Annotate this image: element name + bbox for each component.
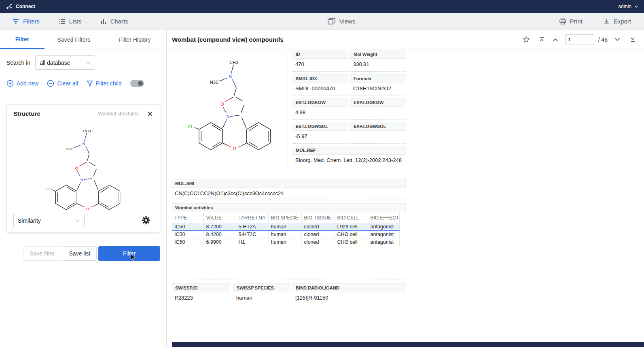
cell: IC50 (172, 231, 203, 238)
field-label: ID (292, 50, 348, 59)
bar-chart-icon (100, 18, 107, 24)
views-icon (328, 18, 336, 25)
field-label: Formula (350, 74, 406, 83)
charts-button[interactable]: Charts (100, 18, 128, 25)
tab-filter-history-label: Filter History (119, 36, 151, 43)
activities-table: TYPE VALUE TARGET.NA BIO.SPECIE BIO.TISS… (172, 213, 400, 246)
toolbar-center: Views (328, 18, 356, 25)
wombat-activities-section: Wombat activities TYPE VALUE TARGET.NA B… (172, 203, 406, 279)
close-icon[interactable] (147, 111, 153, 117)
field-label: EST.LOGKOW (292, 98, 348, 107)
tab-filter-history[interactable]: Filter History (103, 30, 166, 49)
compound-structure-image (176, 52, 284, 171)
settings-gear-icon[interactable] (142, 216, 150, 225)
column-header[interactable]: TYPE (172, 213, 203, 223)
field-label: EXP.LOGKOW (350, 98, 406, 107)
cell: antagonist (368, 238, 399, 246)
field-value: C18H19ClN2O2 (350, 83, 406, 94)
watermark-logo (574, 295, 602, 323)
database-select[interactable]: all database (35, 55, 95, 70)
table-row[interactable]: IC50 8.4200 5-HT2C human cloned CHO cell… (172, 231, 399, 238)
structure-card-title: Structure (13, 110, 98, 117)
column-header[interactable]: BIO.SPECIE (268, 213, 301, 223)
filter-button[interactable]: Filter (98, 246, 160, 261)
save-filter-button[interactable]: Save filter (23, 246, 61, 261)
field-est-logwsol: EST.LOGWSOL -5.97 (292, 122, 348, 144)
page-number-input[interactable] (565, 34, 594, 45)
last-record-icon[interactable] (629, 36, 636, 43)
export-button[interactable]: Export (604, 18, 631, 25)
query-structure-image[interactable] (35, 123, 132, 227)
views-label: Views (339, 18, 356, 25)
lists-button[interactable]: Lists (58, 18, 82, 25)
tab-filter[interactable]: Filter (0, 30, 44, 49)
field-est-logkow: EST.LOGKOW 4.98 (292, 98, 348, 120)
cell: 5-HT2C (236, 231, 268, 238)
cell: antagonist (368, 231, 399, 238)
circle-plus-icon (6, 80, 14, 87)
field-id: ID 470 (292, 50, 348, 72)
add-new-button[interactable]: Add new (6, 80, 38, 87)
app-logo-icon (6, 3, 13, 10)
cell: human (268, 223, 301, 231)
cell: CHO cell (335, 231, 368, 238)
column-header[interactable]: VALUE (203, 213, 236, 223)
page-title: Wombat (compound view) compounds (172, 36, 284, 43)
field-label: SMDL.IDX (292, 74, 348, 83)
chevron-down-icon (82, 61, 91, 64)
filters-button[interactable]: Filters (12, 18, 40, 25)
favorite-star-icon[interactable] (522, 36, 530, 43)
user-menu[interactable]: admin (618, 4, 638, 9)
filter-actions: Add new Clear all Filter child (6, 78, 144, 89)
tab-saved-filters[interactable]: Saved Filters (44, 30, 104, 49)
filter-child-button[interactable]: Filter child (87, 80, 122, 87)
save-list-button[interactable]: Save list (63, 246, 97, 261)
similarity-select[interactable]: Similarity (13, 214, 85, 227)
views-button[interactable]: Views (328, 18, 356, 25)
previous-record-icon[interactable] (552, 38, 559, 42)
activities-header-row: TYPE VALUE TARGET.NA BIO.SPECIE BIO.TISS… (172, 213, 399, 223)
similarity-select-value: Similarity (18, 217, 41, 224)
page-total: / 46 (598, 36, 608, 43)
save-filter-label: Save filter (30, 250, 55, 257)
clear-all-button[interactable]: Clear all (47, 80, 78, 87)
table-row[interactable]: IC50 8.7200 5-HT2A human cloned L929 cel… (172, 223, 399, 231)
structure-card-header: Structure Wombat structures (7, 105, 160, 117)
field-label: SWISSP.SPECIES (233, 283, 290, 292)
print-icon (559, 18, 566, 25)
filters-label: Filters (23, 18, 40, 25)
field-value: -5.97 (292, 131, 348, 142)
field-swissp-species: SWISSP.SPECIES human (233, 283, 290, 305)
tab-saved-filters-label: Saved Filters (57, 36, 91, 43)
cell: 5-HT2A (236, 223, 268, 231)
field-exp-logwsol: EXP.LOGWSOL (350, 122, 406, 144)
compound-structure-panel (172, 50, 288, 174)
field-value: P28223 (172, 292, 229, 303)
first-record-icon[interactable] (538, 36, 545, 43)
column-header[interactable]: BIO.EFFECT (368, 213, 399, 223)
field-formula: Formula C18H19ClN2O2 (350, 74, 406, 96)
cell: cloned (301, 223, 335, 231)
search-in-row: Search in all database (6, 55, 95, 70)
next-record-icon[interactable] (614, 38, 621, 42)
user-name: admin (618, 4, 631, 9)
print-button[interactable]: Print (559, 18, 583, 25)
column-header[interactable]: BIO.TISSUE (301, 213, 335, 223)
filter-sidebar: Filter Saved Filters Filter History Sear… (0, 30, 167, 347)
horizontal-scrollbar[interactable] (172, 342, 644, 347)
caret-down-icon (634, 5, 638, 8)
field-label: EXP.LOGWSOL (350, 122, 406, 131)
circle-minus-icon (47, 80, 54, 87)
cell: H1 (236, 238, 268, 246)
list-icon (58, 19, 66, 24)
cell: human (268, 231, 301, 238)
table-row[interactable]: IC50 6.9900 H1 human cloned CHO cell ant… (172, 238, 399, 246)
column-header[interactable]: TARGET.NA (236, 213, 268, 223)
lists-label: Lists (69, 18, 82, 25)
field-value: SMDL-00000470 (292, 83, 348, 94)
field-swissp-id: SWISSP.ID P28223 (172, 283, 229, 305)
column-header[interactable]: BIO.CELL (335, 213, 368, 223)
record-pager: / 46 (522, 34, 636, 45)
filter-child-toggle[interactable] (130, 80, 144, 87)
search-in-label: Search in (6, 60, 30, 66)
